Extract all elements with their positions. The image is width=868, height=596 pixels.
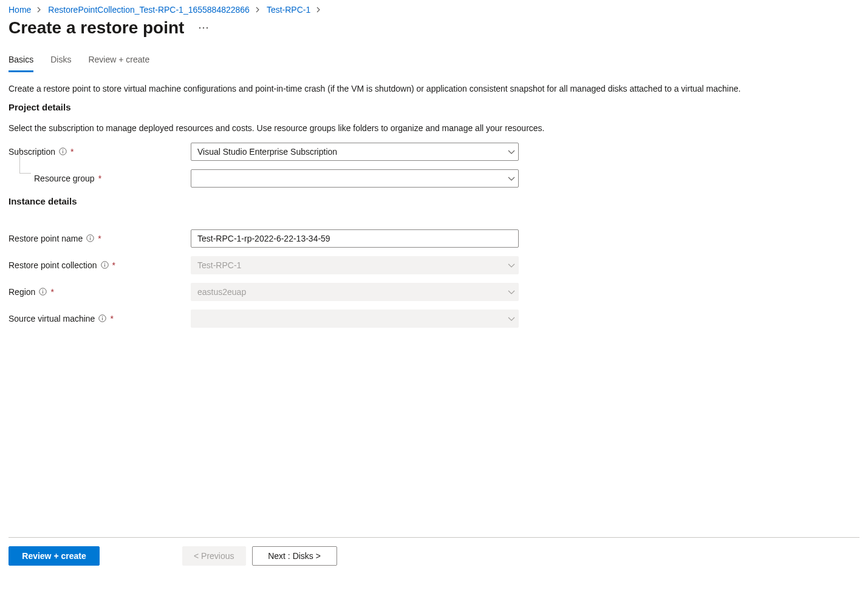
breadcrumb: Home RestorePointCollection_Test-RPC-1_1… xyxy=(9,5,859,15)
subscription-select[interactable]: Visual Studio Enterprise Subscription xyxy=(191,143,519,161)
label-subscription: Subscription xyxy=(9,147,55,157)
required-indicator: * xyxy=(98,234,101,243)
svg-rect-14 xyxy=(43,290,43,291)
info-icon[interactable] xyxy=(39,288,47,296)
label-source-virtual-machine: Source virtual machine xyxy=(9,314,95,323)
chevron-down-icon xyxy=(508,287,515,297)
footer-actions: Review + create < Previous Next : Disks … xyxy=(9,537,859,566)
restore-point-name-input[interactable] xyxy=(191,229,519,248)
chevron-down-icon xyxy=(508,314,515,323)
svg-rect-11 xyxy=(104,263,105,264)
info-icon[interactable] xyxy=(86,234,94,242)
restore-point-collection-select: Test-RPC-1 xyxy=(191,256,519,274)
tab-disks[interactable]: Disks xyxy=(50,51,71,72)
chevron-right-icon xyxy=(37,7,42,13)
label-restore-point-collection: Restore point collection xyxy=(9,260,97,270)
required-indicator: * xyxy=(50,287,53,297)
svg-rect-17 xyxy=(102,317,103,317)
required-indicator: * xyxy=(98,174,101,183)
breadcrumb-test-rpc-1[interactable]: Test-RPC-1 xyxy=(267,5,310,15)
tab-review-create[interactable]: Review + create xyxy=(88,51,149,72)
required-indicator: * xyxy=(110,314,113,323)
chevron-down-icon xyxy=(508,147,515,157)
intro-text: Create a restore point to store virtual … xyxy=(9,83,859,95)
restore-point-collection-select-value: Test-RPC-1 xyxy=(197,260,241,270)
chevron-right-icon xyxy=(316,7,321,13)
required-indicator: * xyxy=(70,147,73,157)
source-virtual-machine-select xyxy=(191,310,519,328)
info-icon[interactable] xyxy=(98,314,106,322)
more-icon[interactable] xyxy=(196,24,211,32)
tabs: Basics Disks Review + create xyxy=(9,51,859,72)
label-region: Region xyxy=(9,287,35,297)
chevron-down-icon xyxy=(508,260,515,270)
required-indicator: * xyxy=(112,260,115,270)
breadcrumb-home[interactable]: Home xyxy=(9,5,31,15)
review-create-button[interactable]: Review + create xyxy=(9,546,100,566)
svg-rect-8 xyxy=(90,237,91,237)
info-icon[interactable] xyxy=(59,147,67,155)
chevron-down-icon xyxy=(508,174,515,183)
svg-rect-5 xyxy=(63,150,63,151)
info-icon[interactable] xyxy=(101,261,109,269)
svg-rect-13 xyxy=(43,291,43,294)
section-title-project-details: Project details xyxy=(9,102,859,112)
svg-point-1 xyxy=(203,27,204,29)
resource-group-select[interactable] xyxy=(191,169,519,188)
subscription-select-value: Visual Studio Enterprise Subscription xyxy=(197,147,337,157)
label-restore-point-name: Restore point name xyxy=(9,234,83,243)
chevron-right-icon xyxy=(256,7,261,13)
label-resource-group: Resource group xyxy=(34,174,95,183)
page-title: Create a restore point xyxy=(9,18,184,38)
region-select: eastus2euap xyxy=(191,283,519,301)
section-title-instance-details: Instance details xyxy=(9,196,859,206)
svg-rect-16 xyxy=(102,318,103,320)
svg-point-2 xyxy=(207,27,208,29)
svg-rect-7 xyxy=(90,238,91,240)
section-desc-project-details: Select the subscription to manage deploy… xyxy=(9,123,859,133)
next-disks-button[interactable]: Next : Disks > xyxy=(252,546,337,566)
previous-button: < Previous xyxy=(182,546,246,566)
tab-basics[interactable]: Basics xyxy=(9,51,33,72)
breadcrumb-restore-point-collection[interactable]: RestorePointCollection_Test-RPC-1_165588… xyxy=(48,5,250,15)
svg-rect-10 xyxy=(104,265,105,267)
svg-point-0 xyxy=(199,27,200,29)
region-select-value: eastus2euap xyxy=(197,287,246,297)
svg-rect-4 xyxy=(63,151,63,154)
